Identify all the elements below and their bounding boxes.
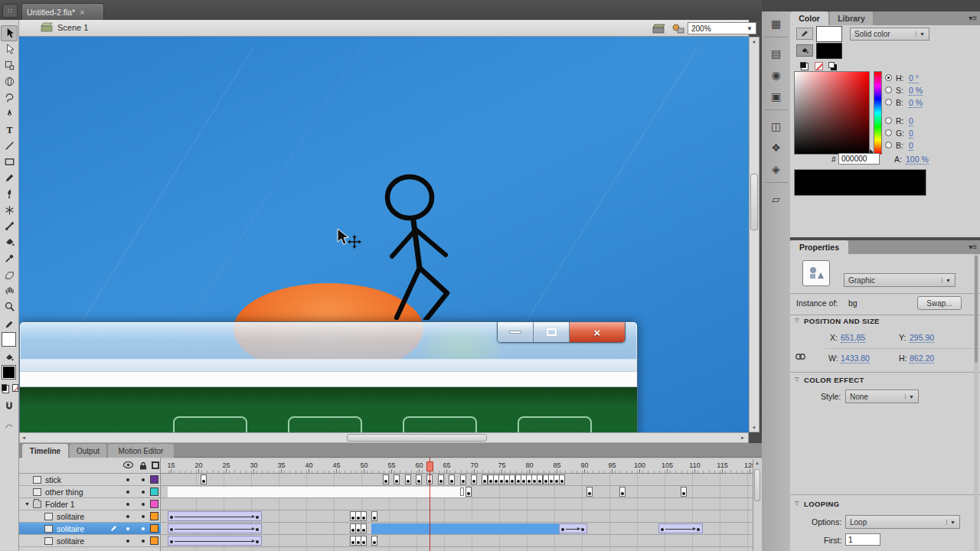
radio-h-icon[interactable] [885,74,892,81]
tool-bone-icon[interactable] [1,218,18,234]
tool-text-icon[interactable]: T [1,122,18,138]
card-slot[interactable] [173,416,247,432]
layer-lock-dot[interactable] [142,515,145,518]
radio-r-icon[interactable] [885,117,892,124]
tool-lasso-icon[interactable] [1,90,18,106]
layer-name[interactable]: stick [45,475,61,484]
layer-outline-color-swatch[interactable] [150,500,158,508]
layer-visibility-dot[interactable] [126,491,129,494]
layer-visibility-dot[interactable] [126,478,129,481]
saturation-brightness-picker[interactable] [794,71,870,155]
layer-name[interactable]: solitaire [57,536,84,546]
folder-disclosure-icon[interactable]: ▼ [24,501,30,507]
color-row-value[interactable]: 0 [909,141,913,151]
window-titlebar[interactable]: × [20,322,637,360]
fill-color-bucket-icon[interactable] [1,349,18,365]
frame-row-stick[interactable] [161,474,753,486]
document-tab[interactable]: Untitled-2.fla* × [21,3,104,20]
frame-row-Folder-1[interactable] [161,498,753,510]
components-panel-icon[interactable]: ❖ [766,139,787,157]
stick-figure-graphic[interactable] [371,167,524,320]
scroll-up-icon[interactable]: ▲ [750,39,759,44]
library-stack-panel-icon[interactable]: ▤ [766,44,787,63]
tool-free-transform-icon[interactable] [1,57,18,73]
tool-pen-icon[interactable] [1,106,18,122]
tool-subselection-icon[interactable] [1,41,18,57]
default-colors-icon[interactable] [2,384,7,391]
tool-eyedropper-icon[interactable] [1,250,18,266]
motion-presets-panel-icon[interactable]: ◈ [766,160,787,178]
playhead-marker[interactable] [426,461,433,471]
layer-row-Folder-1[interactable]: ▼Folder 1 [19,498,161,510]
color-type-select[interactable]: Solid color▼ [850,28,929,41]
h-value[interactable]: 862.20 [910,354,934,364]
color-row-value[interactable]: 0 ° [909,73,919,83]
stage-horizontal-scrollbar[interactable]: ◄ ► [19,432,749,443]
color-row-value[interactable]: 0 % [909,86,923,96]
stroke-color-swatch[interactable] [816,26,842,42]
hex-input[interactable] [838,153,880,165]
layer-lock-dot[interactable] [142,540,145,543]
swap-colors-icon[interactable] [828,62,835,68]
tool-brush-icon[interactable] [1,186,18,202]
minimize-button[interactable] [498,322,534,342]
tool-3d-rotation-icon[interactable] [1,73,18,90]
w-value[interactable]: 1433.80 [841,354,870,364]
layer-row-solitaire[interactable]: solitaire [19,510,161,523]
default-colors-icon[interactable] [800,62,806,68]
properties-scroll-thumb[interactable] [975,256,978,363]
layer-row-solitaire[interactable]: solitaire [19,523,161,535]
breadcrumb[interactable]: Scene 1 [41,22,88,32]
properties-scrollbar[interactable] [974,254,978,551]
stroke-pencil-icon[interactable] [796,28,813,40]
tool-zoom-icon[interactable] [1,298,18,315]
close-button[interactable]: × [570,322,625,342]
swap-colors-icon[interactable] [12,384,18,392]
stage-vertical-scrollbar[interactable]: ▲ ▼ [749,37,760,432]
fill-color-swatch[interactable] [816,43,842,59]
timeline-tab-output[interactable]: Output [70,444,106,458]
project-panel-icon[interactable]: ▱ [766,190,787,208]
tab-color[interactable]: Color [790,11,828,25]
playhead-line[interactable] [430,458,430,551]
layer-outline-color-swatch[interactable] [150,512,158,520]
tab-library[interactable]: Library [830,11,873,25]
radio-b-icon[interactable] [885,99,892,106]
timeline-vertical-scrollbar[interactable]: ▲ [753,459,762,551]
frame-row-solitaire[interactable] [161,510,753,523]
scroll-down-icon[interactable]: ▼ [750,425,759,430]
card-slot[interactable] [288,416,362,432]
card-slot[interactable] [403,416,477,432]
panel-menu-icon[interactable]: ▾≡ [969,14,977,22]
layer-name[interactable]: solitaire [57,524,84,533]
link-width-height-icon[interactable] [795,352,806,361]
layer-row-other-thing[interactable]: other thing [19,486,161,498]
hue-slider[interactable] [874,71,882,155]
disclosure-triangle-icon[interactable]: ▽ [795,318,799,324]
stroke-color-swatch[interactable] [2,332,16,347]
timeline-frames-area[interactable] [161,474,753,551]
info-panel-icon[interactable]: ◉ [766,66,787,84]
actions-panel-icon[interactable]: ◫ [766,117,787,135]
frame-row-solitaire[interactable] [161,535,753,547]
layer-row-stick[interactable]: stick [19,474,161,486]
timeline-tab-motion-editor[interactable]: Motion Editor [108,444,174,458]
transform-panel-icon[interactable]: ▣ [766,87,787,106]
tool-paint-bucket-icon[interactable] [1,234,18,250]
layer-outline-color-swatch[interactable] [150,524,158,533]
timeline-tab-timeline[interactable]: Timeline [22,444,68,458]
snap-magnet-icon[interactable] [1,398,18,414]
layer-lock-dot[interactable] [142,491,145,494]
tool-pencil-icon[interactable] [1,170,18,186]
solitaire-window[interactable]: × [19,321,638,432]
show-hide-eye-icon[interactable] [123,461,133,468]
layer-visibility-dot[interactable] [126,515,129,518]
layer-visibility-dot[interactable] [126,503,129,506]
layer-name[interactable]: solitaire [57,512,84,521]
fill-color-swatch[interactable] [2,365,16,380]
first-frame-input[interactable] [845,533,880,546]
symbol-type-select[interactable]: Graphic▼ [844,273,956,287]
card-slot[interactable] [518,416,592,432]
x-value[interactable]: 651.85 [841,333,865,343]
layer-row-solitaire[interactable]: solitaire [19,535,161,547]
